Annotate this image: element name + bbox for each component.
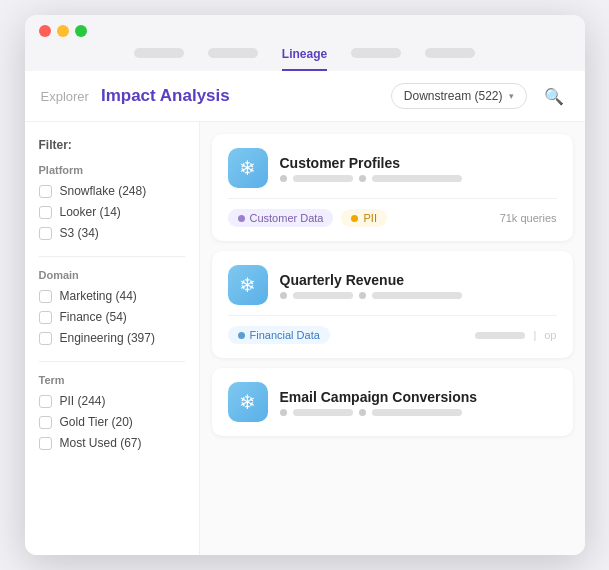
divider-platform-domain xyxy=(39,256,185,257)
filter-label-gold-tier: Gold Tier (20) xyxy=(60,415,133,429)
filter-item-engineering[interactable]: Engineering (397) xyxy=(39,331,185,345)
customer-profiles-icon: ❄ xyxy=(228,148,268,188)
checkbox-gold-tier[interactable] xyxy=(39,416,52,429)
email-campaign-title: Email Campaign Conversions xyxy=(280,389,557,405)
customer-profiles-tags: Customer Data PII 71k queries xyxy=(228,198,557,227)
tab-5[interactable] xyxy=(425,47,475,71)
meta-pill-6 xyxy=(372,409,462,416)
checkbox-most-used[interactable] xyxy=(39,437,52,450)
explorer-label: Explorer xyxy=(41,89,89,104)
filter-label-most-used: Most Used (67) xyxy=(60,436,142,450)
dropdown-label: Downstream (522) xyxy=(404,89,503,103)
card-email-campaign[interactable]: ❄ Email Campaign Conversions xyxy=(212,368,573,436)
search-button[interactable]: 🔍 xyxy=(539,81,569,111)
divider-text: | xyxy=(533,329,536,341)
card-quarterly-revenue-header: ❄ Quarterly Revenue xyxy=(228,265,557,305)
filter-item-gold-tier[interactable]: Gold Tier (20) xyxy=(39,415,185,429)
header: Explorer Impact Analysis Downstream (522… xyxy=(25,71,585,122)
email-campaign-icon: ❄ xyxy=(228,382,268,422)
meta-dot xyxy=(280,175,287,182)
domain-group-title: Domain xyxy=(39,269,185,281)
downstream-dropdown[interactable]: Downstream (522) ▾ xyxy=(391,83,527,109)
app-window: Lineage Explorer Impact Analysis Downstr… xyxy=(25,15,585,555)
filter-item-most-used[interactable]: Most Used (67) xyxy=(39,436,185,450)
tab-1[interactable] xyxy=(134,47,184,71)
card-customer-profiles[interactable]: ❄ Customer Profiles xyxy=(212,134,573,241)
checkbox-looker[interactable] xyxy=(39,206,52,219)
filter-label-engineering: Engineering (397) xyxy=(60,331,155,345)
meta-pill-1 xyxy=(293,175,353,182)
tag-dot-pii xyxy=(351,215,358,222)
checkbox-finance[interactable] xyxy=(39,311,52,324)
tab-2[interactable] xyxy=(208,47,258,71)
tag-customer-data[interactable]: Customer Data xyxy=(228,209,334,227)
tab-lineage[interactable]: Lineage xyxy=(282,47,327,71)
filter-label: Filter: xyxy=(39,138,185,152)
close-button[interactable] xyxy=(39,25,51,37)
card-email-campaign-header: ❄ Email Campaign Conversions xyxy=(228,382,557,422)
divider-pill xyxy=(475,332,525,339)
meta-pill-3 xyxy=(293,292,353,299)
meta-dot-3 xyxy=(280,292,287,299)
meta-pill-4 xyxy=(372,292,462,299)
filter-label-pii: PII (244) xyxy=(60,394,106,408)
customer-profiles-title-area: Customer Profiles xyxy=(280,155,557,182)
content-area: ❄ Customer Profiles xyxy=(200,122,585,555)
filter-label-looker: Looker (14) xyxy=(60,205,121,219)
meta-pill-2 xyxy=(372,175,462,182)
filter-item-s3[interactable]: S3 (34) xyxy=(39,226,185,240)
divider-domain-term xyxy=(39,361,185,362)
maximize-button[interactable] xyxy=(75,25,87,37)
domain-filter-group: Domain Marketing (44) Finance (54) Engin… xyxy=(39,269,185,345)
email-campaign-meta xyxy=(280,409,557,416)
tag-dot-customer xyxy=(238,215,245,222)
chevron-down-icon: ▾ xyxy=(509,91,514,101)
extra-text: op xyxy=(544,329,556,341)
checkbox-pii[interactable] xyxy=(39,395,52,408)
filter-item-pii[interactable]: PII (244) xyxy=(39,394,185,408)
filter-item-snowflake[interactable]: Snowflake (248) xyxy=(39,184,185,198)
card-customer-profiles-header: ❄ Customer Profiles xyxy=(228,148,557,188)
checkbox-s3[interactable] xyxy=(39,227,52,240)
platform-filter-group: Platform Snowflake (248) Looker (14) S3 … xyxy=(39,164,185,240)
filter-label-s3: S3 (34) xyxy=(60,226,99,240)
checkbox-marketing[interactable] xyxy=(39,290,52,303)
filter-item-finance[interactable]: Finance (54) xyxy=(39,310,185,324)
snowflake-icon: ❄ xyxy=(239,156,256,180)
snowflake-icon-3: ❄ xyxy=(239,390,256,414)
filter-label-snowflake: Snowflake (248) xyxy=(60,184,147,198)
window-controls xyxy=(39,25,571,37)
platform-group-title: Platform xyxy=(39,164,185,176)
tag-label-customer: Customer Data xyxy=(250,212,324,224)
main-layout: Filter: Platform Snowflake (248) Looker … xyxy=(25,122,585,555)
snowflake-icon-2: ❄ xyxy=(239,273,256,297)
meta-dot-6 xyxy=(359,409,366,416)
card-quarterly-revenue[interactable]: ❄ Quarterly Revenue xyxy=(212,251,573,358)
email-campaign-title-area: Email Campaign Conversions xyxy=(280,389,557,416)
page-title: Impact Analysis xyxy=(101,86,379,106)
minimize-button[interactable] xyxy=(57,25,69,37)
meta-dot-4 xyxy=(359,292,366,299)
tag-label-financial: Financial Data xyxy=(250,329,320,341)
filter-item-looker[interactable]: Looker (14) xyxy=(39,205,185,219)
meta-pill-5 xyxy=(293,409,353,416)
quarterly-revenue-title-area: Quarterly Revenue xyxy=(280,272,557,299)
filter-item-marketing[interactable]: Marketing (44) xyxy=(39,289,185,303)
tab-4[interactable] xyxy=(351,47,401,71)
tag-dot-financial xyxy=(238,332,245,339)
tag-financial-data[interactable]: Financial Data xyxy=(228,326,330,344)
quarterly-revenue-title: Quarterly Revenue xyxy=(280,272,557,288)
term-filter-group: Term PII (244) Gold Tier (20) Most Used … xyxy=(39,374,185,450)
term-group-title: Term xyxy=(39,374,185,386)
search-icon: 🔍 xyxy=(544,87,564,106)
tag-label-pii: PII xyxy=(363,212,376,224)
checkbox-engineering[interactable] xyxy=(39,332,52,345)
customer-profiles-title: Customer Profiles xyxy=(280,155,557,171)
quarterly-revenue-meta xyxy=(280,292,557,299)
quarterly-revenue-tags: Financial Data | op xyxy=(228,315,557,344)
checkbox-snowflake[interactable] xyxy=(39,185,52,198)
tag-pii[interactable]: PII xyxy=(341,209,386,227)
filter-label-marketing: Marketing (44) xyxy=(60,289,137,303)
meta-dot-5 xyxy=(280,409,287,416)
customer-profiles-meta xyxy=(280,175,557,182)
